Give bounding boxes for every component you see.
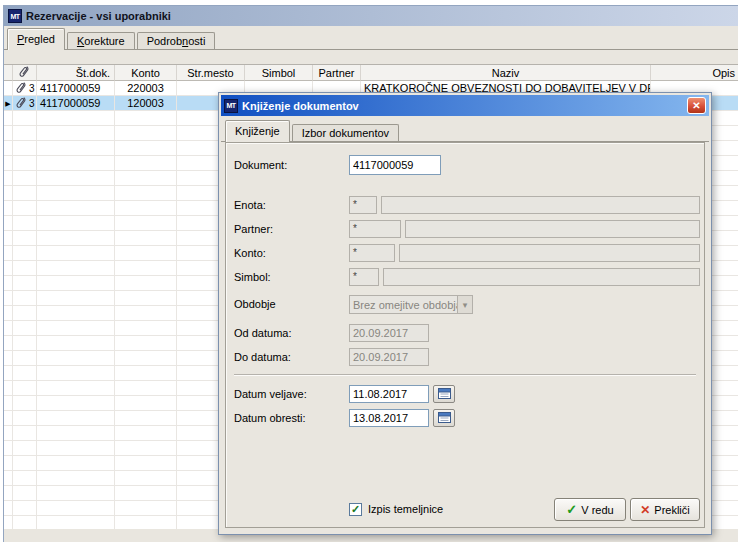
cell-empty xyxy=(13,201,37,216)
app-icon: MT xyxy=(224,99,238,113)
cell-empty xyxy=(4,321,13,336)
tab-label-part: Podrob xyxy=(147,35,182,47)
cell-empty xyxy=(115,456,177,471)
datum-obresti-input[interactable] xyxy=(349,409,429,427)
cell-empty xyxy=(37,501,115,516)
cell-empty xyxy=(115,216,177,231)
datum-obresti-label: Datum obresti: xyxy=(234,409,306,427)
simbol-name-field xyxy=(383,268,700,286)
cell-konto: 120003 xyxy=(115,96,177,111)
close-icon: ✕ xyxy=(692,100,700,111)
dropdown-arrow-icon: ▾ xyxy=(457,296,472,313)
cell-empty xyxy=(115,306,177,321)
od-datuma-label: Od datuma: xyxy=(234,324,291,342)
column-header-naziv[interactable]: Naziv xyxy=(361,65,651,81)
column-header-str-mesto[interactable]: Str.mesto xyxy=(177,65,245,81)
cell-empty xyxy=(13,276,37,291)
tab-knjizenje[interactable]: Knjiženje xyxy=(225,120,290,142)
field-simbol: Simbol: * xyxy=(226,268,704,288)
column-header-simbol[interactable]: Simbol xyxy=(245,65,313,81)
izpis-temeljnice-checkbox[interactable]: ✓ xyxy=(349,503,362,516)
attachment-count: 3 xyxy=(29,83,35,94)
cell-empty xyxy=(37,201,115,216)
cell-st-dok: 4117000059 xyxy=(37,96,115,111)
column-header-partner[interactable]: Partner xyxy=(313,65,361,81)
izpis-temeljnice-label: Izpis temeljnice xyxy=(368,501,443,518)
column-header--t-dok-[interactable]: Št.dok. xyxy=(37,65,115,81)
cell-empty xyxy=(13,501,37,516)
column-header-opis[interactable]: Opis xyxy=(651,65,738,81)
cell-empty xyxy=(4,366,13,381)
cell-gutter: ▶ xyxy=(4,96,13,111)
enota-code-field: * xyxy=(349,196,377,214)
cell-empty xyxy=(4,396,13,411)
current-row-marker-icon: ▶ xyxy=(5,100,10,107)
dokument-input[interactable] xyxy=(349,155,441,175)
check-icon: ✓ xyxy=(351,504,360,515)
cell-empty xyxy=(115,261,177,276)
cell-empty xyxy=(13,336,37,351)
tab-label-part: orekture xyxy=(84,35,124,47)
cell-empty xyxy=(37,141,115,156)
cell-empty xyxy=(37,321,115,336)
ok-button-label: V redu xyxy=(581,504,613,516)
cell-empty xyxy=(115,111,177,126)
tab-pregled[interactable]: Pregled xyxy=(7,28,65,50)
cell-empty xyxy=(13,126,37,141)
cell-konto: 220003 xyxy=(115,81,177,96)
cancel-button-label: Prekliči xyxy=(654,504,689,516)
cell-empty xyxy=(13,231,37,246)
cell-empty xyxy=(37,426,115,441)
cell-empty xyxy=(4,126,13,141)
datum-obresti-calendar-button[interactable] xyxy=(433,409,455,427)
cell-empty xyxy=(13,171,37,186)
tab-izbor-dokumentov[interactable]: Izbor dokumentov xyxy=(292,124,399,142)
cell-empty xyxy=(115,141,177,156)
cell-empty xyxy=(37,156,115,171)
cell-empty xyxy=(13,321,37,336)
attachment-column-header[interactable] xyxy=(13,65,37,81)
cell-empty xyxy=(4,306,13,321)
cell-empty xyxy=(115,426,177,441)
field-datum-obresti: Datum obresti: xyxy=(226,409,704,429)
cell-empty xyxy=(4,111,13,126)
cancel-button[interactable]: ✕ Prekliči xyxy=(630,498,700,521)
tab-korekture[interactable]: Korekture xyxy=(67,32,135,50)
close-button[interactable]: ✕ xyxy=(687,97,706,114)
cell-empty xyxy=(37,336,115,351)
cell-empty xyxy=(13,156,37,171)
cell-gutter xyxy=(4,81,13,96)
cell-empty xyxy=(4,201,13,216)
datum-veljave-input[interactable] xyxy=(349,385,429,403)
cell-empty xyxy=(115,411,177,426)
cell-empty xyxy=(37,516,115,529)
ok-button[interactable]: ✓ V redu xyxy=(554,498,626,521)
cell-empty xyxy=(4,426,13,441)
tab-podrobnosti[interactable]: Podrobnosti xyxy=(137,32,216,50)
enota-name-field xyxy=(381,196,700,214)
main-titlebar[interactable]: MT Rezervacije - vsi uporabniki xyxy=(4,6,738,26)
cell-empty xyxy=(115,276,177,291)
konto-code-field: * xyxy=(349,244,395,262)
field-partner: Partner: * xyxy=(226,220,704,240)
cell-empty xyxy=(115,186,177,201)
paperclip-icon xyxy=(19,65,30,80)
cell-empty xyxy=(13,216,37,231)
cell-empty xyxy=(4,411,13,426)
cell-empty xyxy=(37,126,115,141)
dialog-titlebar[interactable]: MT Knjiženje dokumentov ✕ xyxy=(221,95,709,116)
simbol-code-field: * xyxy=(349,268,379,286)
cell-empty xyxy=(115,441,177,456)
cell-empty xyxy=(4,216,13,231)
partner-label: Partner: xyxy=(234,220,273,238)
obdobje-value: Brez omejitve obdobja xyxy=(350,299,457,311)
column-header-konto[interactable]: Konto xyxy=(115,65,177,81)
cell-empty xyxy=(13,516,37,529)
field-od-datuma: Od datuma: 20.09.2017 xyxy=(226,324,704,344)
cell-empty xyxy=(37,441,115,456)
enota-label: Enota: xyxy=(234,196,266,214)
datum-veljave-calendar-button[interactable] xyxy=(433,385,455,403)
cell-empty xyxy=(37,366,115,381)
grid-header-row: Št.dok.KontoStr.mestoSimbolPartnerNazivO… xyxy=(4,65,738,81)
calendar-icon xyxy=(438,387,451,402)
